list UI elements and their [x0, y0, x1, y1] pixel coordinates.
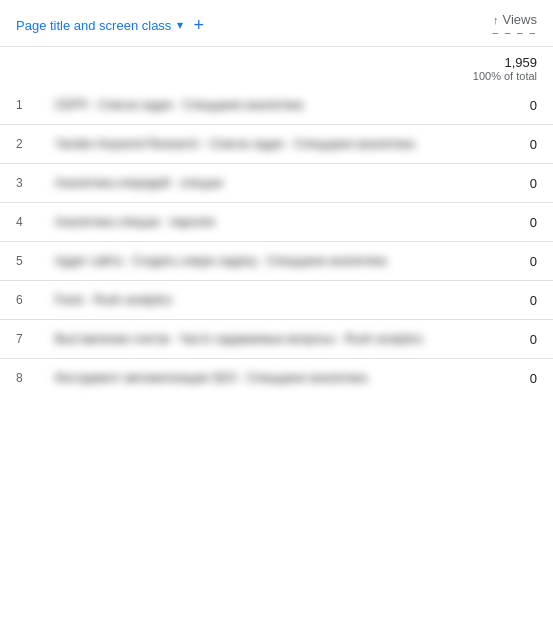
row-rank: 7: [0, 320, 39, 359]
chevron-down-icon[interactable]: ▾: [177, 18, 183, 32]
column-dashes: – – – –: [492, 27, 537, 38]
row-rank: 6: [0, 281, 39, 320]
views-value: 0: [473, 320, 553, 359]
views-value: 0: [473, 281, 553, 320]
dimension-selector[interactable]: Page title and screen class: [16, 18, 171, 33]
row-rank: 2: [0, 125, 39, 164]
views-value: 0: [473, 164, 553, 203]
row-rank: 5: [0, 242, 39, 281]
table-row: 6Favio · Rush analytics0: [0, 281, 553, 320]
views-value: 0: [473, 359, 553, 398]
table-row: 2Yandex Keyword Research · Список задач …: [0, 125, 553, 164]
row-rank: 1: [0, 86, 39, 125]
header-left: Page title and screen class ▾ +: [16, 15, 204, 36]
table-row: 1СЕРП · Список задач · Спецщини аналитик…: [0, 86, 553, 125]
page-title-text: Выставление счетов · Часто задаваемые во…: [55, 332, 423, 346]
page-title-text: Yandex Keyword Research · Список задач ·…: [55, 137, 415, 151]
page-title-cell[interactable]: Аналитика очередей · спецши: [39, 164, 473, 203]
sort-ascending-icon[interactable]: ↑: [493, 14, 499, 26]
views-column-header: ↑ Views: [493, 12, 537, 27]
views-value: 0: [473, 86, 553, 125]
page-title-text: Инструмент автоматизации SEO · Спецщини …: [55, 371, 367, 385]
views-value: 0: [473, 125, 553, 164]
page-title-text: СЕРП · Список задач · Спецщини аналитика: [55, 98, 303, 112]
views-value: 0: [473, 203, 553, 242]
views-label-text: Views: [503, 12, 537, 27]
table-row: 8Инструмент автоматизации SEO · Спецщини…: [0, 359, 553, 398]
page-title-cell[interactable]: СЕРП · Список задач · Спецщини аналитика: [39, 86, 473, 125]
page-title-cell[interactable]: Yandex Keyword Research · Список задач ·…: [39, 125, 473, 164]
page-title-text: Аналитика спецши · паролях: [55, 215, 216, 229]
page-title-cell[interactable]: Выставление счетов · Часто задаваемые во…: [39, 320, 473, 359]
total-views-value: 1,959: [504, 55, 537, 70]
table-row: 7Выставление счетов · Часто задаваемые в…: [0, 320, 553, 359]
row-rank: 8: [0, 359, 39, 398]
table-row: 5Аудит сайта · Создать новую задачу · Сп…: [0, 242, 553, 281]
row-rank: 4: [0, 203, 39, 242]
table-container: Page title and screen class ▾ + ↑ Views …: [0, 0, 553, 397]
add-dimension-icon[interactable]: +: [193, 15, 204, 36]
data-table: 1СЕРП · Список задач · Спецщини аналитик…: [0, 86, 553, 397]
page-title-cell[interactable]: Инструмент автоматизации SEO · Спецщини …: [39, 359, 473, 398]
row-rank: 3: [0, 164, 39, 203]
table-row: 4Аналитика спецши · паролях0: [0, 203, 553, 242]
total-views-percent: 100% of total: [473, 70, 537, 82]
page-title-cell[interactable]: Favio · Rush analytics: [39, 281, 473, 320]
page-title-cell[interactable]: Аудит сайта · Создать новую задачу · Спе…: [39, 242, 473, 281]
table-row: 3Аналитика очередей · спецши0: [0, 164, 553, 203]
summary-row: 1,959 100% of total: [0, 47, 553, 86]
page-title-text: Аудит сайта · Создать новую задачу · Спе…: [55, 254, 387, 268]
page-title-cell[interactable]: Аналитика спецши · паролях: [39, 203, 473, 242]
summary-values: 1,959 100% of total: [473, 55, 537, 82]
page-title-text: Аналитика очередей · спецши: [55, 176, 223, 190]
views-value: 0: [473, 242, 553, 281]
page-title-text: Favio · Rush analytics: [55, 293, 172, 307]
header-right: ↑ Views – – – –: [492, 12, 537, 38]
table-header: Page title and screen class ▾ + ↑ Views …: [0, 0, 553, 47]
